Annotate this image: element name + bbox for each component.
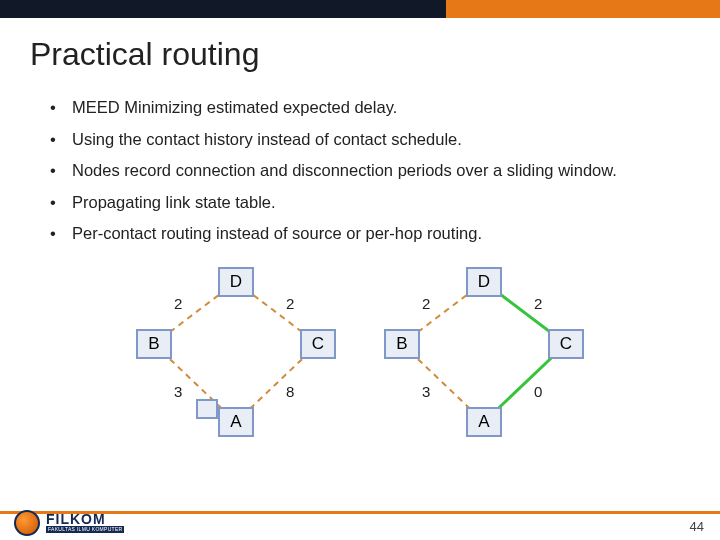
node-b: B	[384, 329, 420, 359]
bullet-list: MEED Minimizing estimated expected delay…	[0, 87, 720, 247]
edge-weight: 2	[286, 295, 294, 312]
logo-sub-text: FAKULTAS ILMU KOMPUTER	[46, 526, 124, 533]
node-c: C	[548, 329, 584, 359]
edge-weight: 2	[534, 295, 542, 312]
top-bar-orange	[446, 0, 720, 18]
edge-weight: 3	[422, 383, 430, 400]
bullet-item: Using the contact history instead of con…	[50, 127, 686, 153]
edge-weight: 0	[534, 383, 542, 400]
logo-main-text: FILKOM	[46, 513, 124, 526]
edge-weight: 8	[286, 383, 294, 400]
logo-text: FILKOM FAKULTAS ILMU KOMPUTER	[46, 513, 124, 532]
node-d: D	[218, 267, 254, 297]
slide-title: Practical routing	[0, 18, 720, 87]
node-b: B	[136, 329, 172, 359]
graph-left: D B C A 2 2 3 8	[136, 267, 336, 452]
bullet-item: Per-contact routing instead of source or…	[50, 221, 686, 247]
graph-right: D B C A 2 2 3 0	[384, 267, 584, 452]
node-c: C	[300, 329, 336, 359]
bullet-item: MEED Minimizing estimated expected delay…	[50, 95, 686, 121]
node-d: D	[466, 267, 502, 297]
small-box-icon	[196, 399, 218, 419]
bullet-item: Nodes record connection and disconnectio…	[50, 158, 686, 184]
page-number: 44	[690, 519, 704, 534]
edge-weight: 2	[422, 295, 430, 312]
edge-weight: 2	[174, 295, 182, 312]
top-accent-bar	[0, 0, 720, 18]
logo-badge-icon	[14, 510, 40, 536]
node-a: A	[466, 407, 502, 437]
node-a: A	[218, 407, 254, 437]
edge-weight: 3	[174, 383, 182, 400]
top-bar-dark	[0, 0, 446, 18]
logo: FILKOM FAKULTAS ILMU KOMPUTER	[14, 510, 124, 536]
diagrams-row: D B C A 2 2 3 8 D B C A 2 2 3 0	[0, 267, 720, 452]
bullet-item: Propagating link state table.	[50, 190, 686, 216]
